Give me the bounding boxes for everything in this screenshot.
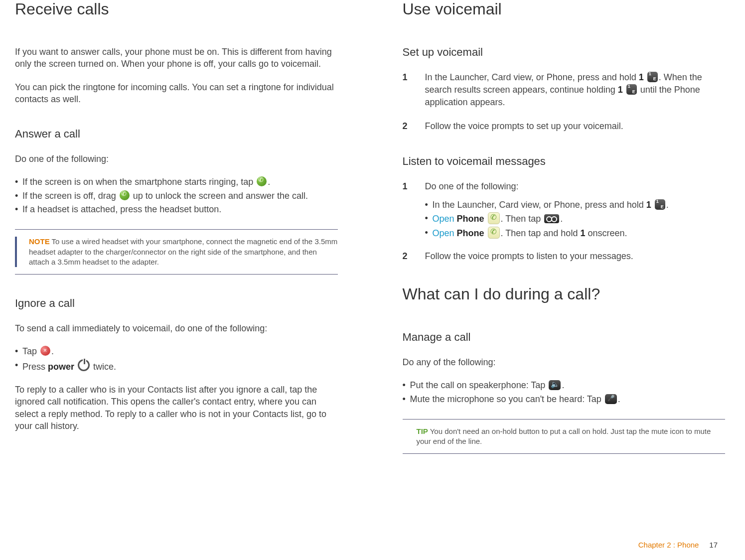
voicemail-icon bbox=[544, 214, 559, 223]
list-item: Open Phone . Then tap and hold 1 onscree… bbox=[425, 227, 726, 239]
text: . bbox=[618, 394, 620, 404]
speaker-icon bbox=[549, 380, 561, 390]
tip-text: TIP You don't need an on-hold button to … bbox=[403, 426, 726, 447]
text: To use a wired headset with your smartph… bbox=[29, 237, 337, 266]
text: Tap bbox=[22, 346, 39, 356]
text: In the Launcher, Card view, or Phone, pr… bbox=[425, 72, 639, 82]
heading-during-call: What can I do during a call? bbox=[403, 285, 726, 303]
text: . Then tap and hold bbox=[501, 228, 581, 238]
key-1-icon bbox=[647, 72, 658, 82]
text: If the screen is off, drag bbox=[22, 191, 119, 201]
text: onscreen. bbox=[585, 228, 627, 238]
power-icon bbox=[78, 359, 90, 371]
note-text: NOTE To use a wired headset with your sm… bbox=[15, 237, 338, 267]
list-item: Press power twice. bbox=[15, 359, 338, 373]
decline-call-icon bbox=[40, 346, 50, 356]
text: You don't need an on-hold button to put … bbox=[417, 427, 711, 445]
heading-setup-voicemail: Set up voicemail bbox=[403, 46, 726, 59]
list-item: 2 Follow the voice prompts to set up you… bbox=[403, 120, 726, 133]
key-1-icon bbox=[626, 84, 637, 95]
key-1-label: 1 bbox=[580, 228, 585, 238]
phone-app-icon bbox=[488, 212, 500, 224]
answer-bullets: If the screen is on when the smartphone … bbox=[15, 176, 338, 215]
heading-listen-voicemail: Listen to voicemail messages bbox=[403, 155, 726, 168]
text: . bbox=[560, 214, 563, 224]
setup-steps: 1 In the Launcher, Card view, or Phone, … bbox=[403, 71, 726, 133]
key-1-icon bbox=[655, 199, 665, 210]
list-item: If the screen is on when the smartphone … bbox=[15, 176, 338, 188]
list-item: Tap . bbox=[15, 345, 338, 357]
phone-label: Phone bbox=[457, 228, 484, 238]
answer-call-icon bbox=[257, 176, 267, 186]
text: Mute the microphone so you can't be hear… bbox=[410, 394, 604, 404]
intro-paragraph-2: You can pick the ringtone for incoming c… bbox=[15, 81, 338, 106]
text: Do one of the following: bbox=[425, 181, 519, 191]
heading-manage-call: Manage a call bbox=[403, 331, 726, 344]
heading-receive-calls: Receive calls bbox=[15, 0, 338, 18]
text: If the screen is on when the smartphone … bbox=[22, 177, 256, 187]
list-item: If a headset is attached, press the head… bbox=[15, 203, 338, 215]
phone-app-icon bbox=[488, 227, 500, 239]
listen-steps: 1 Do one of the following: In the Launch… bbox=[403, 180, 726, 263]
note-bar bbox=[15, 237, 17, 267]
page-footer: Chapter 2 : Phone 17 bbox=[638, 541, 718, 549]
text: twice. bbox=[91, 362, 116, 372]
manage-bullets: Put the call on speakerphone: Tap . Mute… bbox=[403, 379, 726, 405]
list-item: 1 Do one of the following: In the Launch… bbox=[403, 180, 726, 239]
manage-lead: Do any of the following: bbox=[403, 356, 726, 368]
list-item: 2 Follow the voice prompts to listen to … bbox=[403, 250, 726, 263]
answer-lead: Do one of the following: bbox=[15, 153, 338, 165]
note-box: NOTE To use a wired headset with your sm… bbox=[15, 229, 338, 275]
open-link[interactable]: Open bbox=[433, 214, 454, 224]
phone-label: Phone bbox=[457, 214, 484, 224]
key-1-label: 1 bbox=[618, 85, 623, 95]
listen-sub-bullets: In the Launcher, Card view, or Phone, pr… bbox=[425, 199, 726, 239]
note-label: NOTE bbox=[29, 237, 50, 246]
page-number: 17 bbox=[709, 541, 718, 549]
text: Follow the voice prompts to set up your … bbox=[425, 121, 623, 131]
text: . bbox=[268, 177, 270, 187]
list-item: If the screen is off, drag up to unlock … bbox=[15, 190, 338, 202]
tip-label: TIP bbox=[417, 427, 428, 435]
chapter-label: Chapter 2 : Phone bbox=[638, 541, 699, 549]
mute-icon bbox=[605, 394, 617, 404]
text: . bbox=[562, 380, 564, 390]
heading-use-voicemail: Use voicemail bbox=[403, 0, 726, 18]
text: . Then tap bbox=[501, 214, 544, 224]
text: Put the call on speakerphone: Tap bbox=[410, 380, 548, 390]
text: Press bbox=[22, 362, 48, 372]
heading-ignore-call: Ignore a call bbox=[15, 297, 338, 310]
key-1-label: 1 bbox=[639, 72, 644, 82]
text: Follow the voice prompts to listen to yo… bbox=[425, 251, 633, 261]
text: In the Launcher, Card view, or Phone, pr… bbox=[433, 200, 646, 210]
list-item: Put the call on speakerphone: Tap . bbox=[403, 379, 726, 391]
list-item: In the Launcher, Card view, or Phone, pr… bbox=[425, 199, 726, 211]
intro-paragraph-1: If you want to answer calls, your phone … bbox=[15, 46, 338, 70]
ignore-bullets: Tap . Press power twice. bbox=[15, 345, 338, 373]
heading-answer-call: Answer a call bbox=[15, 128, 338, 140]
list-item: Mute the microphone so you can't be hear… bbox=[403, 393, 726, 405]
open-link[interactable]: Open bbox=[433, 228, 454, 238]
power-label: power bbox=[48, 362, 74, 372]
ignore-paragraph: To reply to a caller who is in your Cont… bbox=[15, 384, 338, 432]
list-item: Open Phone . Then tap . bbox=[425, 212, 726, 225]
ignore-lead: To send a call immediately to voicemail,… bbox=[15, 322, 338, 334]
text: . bbox=[666, 200, 669, 210]
text: . bbox=[51, 346, 54, 356]
list-item: 1 In the Launcher, Card view, or Phone, … bbox=[403, 71, 726, 109]
tip-box: TIP You don't need an on-hold button to … bbox=[403, 419, 726, 454]
drag-answer-icon bbox=[120, 190, 130, 200]
key-1-label: 1 bbox=[646, 200, 651, 210]
text: up to unlock the screen and answer the c… bbox=[131, 191, 308, 201]
